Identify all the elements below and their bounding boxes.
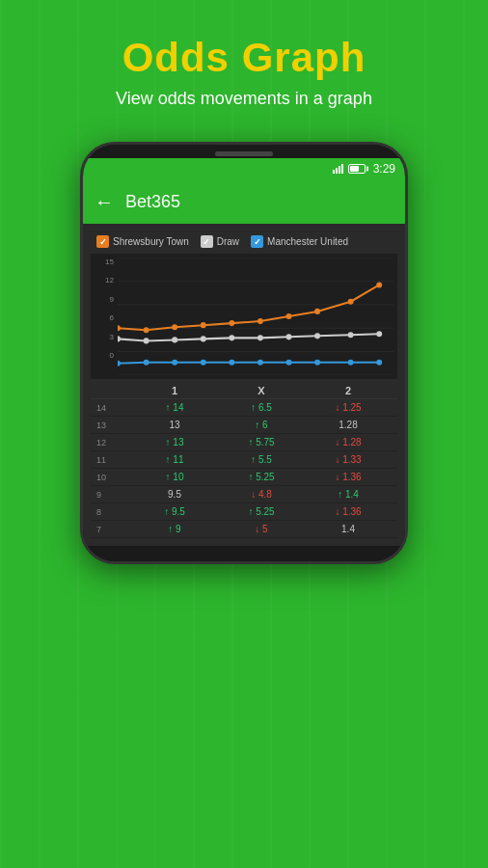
svg-point-8 bbox=[172, 324, 177, 330]
table-row: 11↑ 11↑ 5.5↓ 1.33 bbox=[91, 451, 397, 469]
row-val-x: ↑ 6 bbox=[218, 420, 305, 430]
col-1-header: 1 bbox=[131, 385, 218, 396]
row-val-x: ↑ 5.25 bbox=[218, 506, 305, 517]
y-label-9: 9 bbox=[95, 295, 114, 304]
svg-point-7 bbox=[144, 327, 149, 333]
svg-point-17 bbox=[144, 338, 149, 343]
y-label-0: 0 bbox=[95, 351, 114, 360]
svg-point-10 bbox=[229, 320, 234, 326]
svg-point-30 bbox=[229, 360, 234, 366]
legend-checkbox-manutd: ✓ bbox=[251, 235, 263, 248]
table-row: 99.5↓ 4.8↑ 1.4 bbox=[91, 486, 397, 503]
svg-point-26 bbox=[118, 361, 121, 366]
row-time: 13 bbox=[96, 420, 131, 430]
checkmark-manutd: ✓ bbox=[254, 237, 261, 247]
time-display: 3:29 bbox=[373, 162, 395, 176]
y-label-12: 12 bbox=[95, 276, 114, 285]
svg-point-9 bbox=[201, 322, 206, 328]
row-val-x: ↑ 5.5 bbox=[218, 454, 305, 465]
chart-y-axis: 15 12 9 6 3 0 bbox=[95, 258, 114, 360]
table-row: 7↑ 9↓ 51.4 bbox=[91, 521, 397, 538]
legend-label-shrewsbury: Shrewsbury Town bbox=[113, 236, 189, 247]
phone-speaker bbox=[215, 151, 273, 156]
svg-point-18 bbox=[172, 337, 177, 342]
y-label-6: 6 bbox=[95, 313, 114, 322]
row-time: 8 bbox=[96, 507, 131, 517]
legend-item-manutd: ✓ Manchester United bbox=[251, 235, 348, 248]
svg-point-35 bbox=[376, 360, 382, 366]
table-header-row: 1 X 2 bbox=[91, 383, 397, 399]
y-label-15: 15 bbox=[95, 258, 114, 266]
svg-point-19 bbox=[201, 336, 206, 341]
svg-point-22 bbox=[286, 334, 292, 339]
row-val-2: ↓ 1.33 bbox=[305, 454, 392, 465]
legend-label-draw: Draw bbox=[217, 236, 239, 247]
svg-point-31 bbox=[258, 360, 263, 366]
legend-checkbox-shrewsbury: ✓ bbox=[96, 235, 109, 248]
row-time: 11 bbox=[96, 455, 131, 465]
table-row: 14↑ 14↑ 6.5↓ 1.25 bbox=[91, 399, 397, 417]
svg-point-13 bbox=[314, 309, 320, 314]
row-val-x: ↑ 5.25 bbox=[218, 472, 305, 482]
svg-point-25 bbox=[376, 331, 382, 337]
row-val-x: ↑ 6.5 bbox=[218, 402, 305, 413]
legend-row: ✓ Shrewsbury Town ✓ Draw ✓ Manchester Un… bbox=[91, 231, 397, 254]
phone-top-bar bbox=[83, 145, 405, 158]
table-row: 8↑ 9.5↑ 5.25↓ 1.36 bbox=[91, 503, 397, 521]
svg-point-23 bbox=[314, 333, 320, 339]
row-val-1: 9.5 bbox=[131, 489, 218, 500]
legend-checkbox-draw: ✓ bbox=[201, 235, 213, 248]
status-bar: 3:29 bbox=[83, 158, 405, 179]
row-time: 9 bbox=[96, 490, 131, 500]
chart-svg bbox=[118, 258, 393, 375]
app-bar: ← Bet365 bbox=[83, 179, 405, 224]
odds-table: 1 X 2 14↑ 14↑ 6.5↓ 1.251313↑ 61.2812↑ 13… bbox=[91, 383, 397, 538]
svg-point-24 bbox=[348, 332, 354, 338]
svg-point-34 bbox=[348, 360, 354, 366]
svg-point-16 bbox=[118, 336, 121, 341]
svg-point-14 bbox=[348, 299, 354, 305]
phone-mockup: 3:29 ← Bet365 ✓ Shrewsbury Town ✓ Draw bbox=[80, 142, 408, 564]
col-x-header: X bbox=[218, 385, 305, 396]
checkmark-shrewsbury: ✓ bbox=[99, 237, 107, 247]
row-val-2: ↓ 1.36 bbox=[305, 472, 392, 482]
col-2-header: 2 bbox=[305, 385, 392, 396]
svg-point-6 bbox=[118, 325, 121, 331]
app-bar-title: Bet365 bbox=[125, 192, 180, 212]
row-val-2: 1.28 bbox=[305, 420, 392, 430]
svg-point-11 bbox=[258, 318, 263, 324]
row-time: 10 bbox=[96, 473, 131, 482]
status-icons: 3:29 bbox=[333, 162, 395, 176]
app-title: Odds Graph bbox=[19, 35, 469, 81]
row-val-1: ↑ 13 bbox=[131, 437, 218, 448]
svg-point-20 bbox=[229, 335, 234, 340]
svg-point-29 bbox=[201, 360, 206, 366]
app-subtitle: View odds movements in a graph bbox=[19, 89, 469, 109]
svg-point-33 bbox=[314, 360, 320, 366]
row-val-1: ↑ 14 bbox=[131, 402, 218, 413]
legend-item-shrewsbury: ✓ Shrewsbury Town bbox=[96, 235, 189, 248]
row-val-1: 13 bbox=[131, 420, 218, 430]
svg-point-12 bbox=[286, 313, 292, 319]
checkmark-draw: ✓ bbox=[203, 237, 210, 247]
table-row: 12↑ 13↑ 5.75↓ 1.28 bbox=[91, 434, 397, 451]
back-button[interactable]: ← bbox=[95, 191, 114, 213]
header-section: Odds Graph View odds movements in a grap… bbox=[0, 0, 488, 132]
row-val-2: ↓ 1.25 bbox=[305, 402, 392, 413]
battery-icon bbox=[348, 164, 366, 174]
row-time: 14 bbox=[96, 403, 131, 413]
row-val-2: ↓ 1.36 bbox=[305, 506, 392, 517]
phone-bottom-bar bbox=[83, 546, 405, 561]
row-val-2: 1.4 bbox=[305, 524, 392, 534]
row-val-1: ↑ 11 bbox=[131, 454, 218, 465]
screen-content: ✓ Shrewsbury Town ✓ Draw ✓ Manchester Un… bbox=[83, 224, 405, 546]
row-time: 7 bbox=[96, 525, 131, 534]
row-val-2: ↑ 1.4 bbox=[305, 489, 392, 500]
row-val-1: ↑ 9 bbox=[131, 524, 218, 534]
row-val-2: ↓ 1.28 bbox=[305, 437, 392, 448]
row-val-x: ↓ 5 bbox=[218, 524, 305, 534]
table-row: 10↑ 10↑ 5.25↓ 1.36 bbox=[91, 469, 397, 486]
row-val-x: ↓ 4.8 bbox=[218, 489, 305, 500]
row-time: 12 bbox=[96, 438, 131, 448]
svg-point-32 bbox=[286, 360, 292, 366]
